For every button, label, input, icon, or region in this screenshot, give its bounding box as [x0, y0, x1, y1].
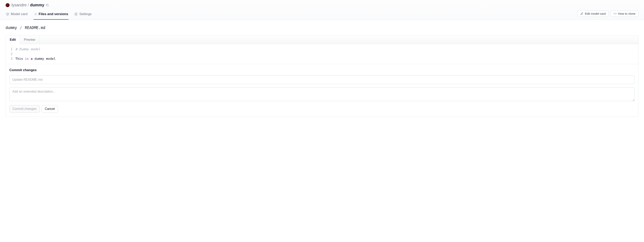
pencil-icon — [580, 12, 583, 15]
tab-model-card[interactable]: Model card — [6, 9, 28, 20]
path-separator: / — [20, 25, 22, 30]
line-content[interactable]: This is a dummy model — [15, 56, 56, 61]
path-segment-root[interactable]: dummy — [6, 25, 17, 30]
commit-actions: Commit changes Cancel — [9, 105, 635, 113]
breadcrumb-separator: / — [28, 3, 29, 7]
code-line: 2 — [6, 52, 638, 56]
editor-tab-edit[interactable]: Edit — [6, 36, 20, 44]
commit-button[interactable]: Commit changes — [9, 105, 40, 113]
line-number: 1 — [6, 47, 15, 52]
list-icon — [34, 12, 37, 16]
cancel-button[interactable]: Cancel — [42, 105, 58, 113]
repo-header: lysandre / dummy Model card Files and ve… — [0, 0, 644, 20]
file-path-breadcrumb: dummy / README.md — [6, 25, 638, 30]
breadcrumb: lysandre / dummy — [12, 3, 44, 7]
button-label: How to clone — [618, 12, 636, 15]
tab-label: Settings — [79, 12, 92, 16]
edit-model-card-button[interactable]: Edit model card — [577, 10, 608, 17]
commit-section: Commit changes Commit changes Cancel — [6, 64, 638, 117]
line-content[interactable]: # Dummy model — [15, 47, 40, 52]
line-number: 2 — [6, 52, 15, 56]
button-label: Edit model card — [585, 12, 606, 15]
svg-rect-0 — [47, 4, 48, 6]
cube-icon — [6, 12, 9, 16]
editor-tab-preview[interactable]: Preview — [20, 36, 40, 44]
code-icon — [614, 12, 616, 15]
how-to-clone-button[interactable]: How to clone — [610, 10, 638, 17]
line-number: 3 — [6, 56, 15, 61]
nav-row: Model card Files and versions Settings E… — [0, 9, 644, 20]
nav-tabs: Model card Files and versions Settings — [6, 9, 92, 20]
path-segment-file: README.md — [25, 25, 46, 30]
tab-label: Files and versions — [39, 12, 68, 16]
gear-icon — [74, 12, 78, 16]
nav-actions: Edit model card How to clone — [577, 10, 638, 19]
tab-settings[interactable]: Settings — [74, 9, 92, 20]
commit-summary-input[interactable] — [9, 75, 635, 84]
commit-description-input[interactable] — [9, 87, 635, 101]
editor-tabs: Edit Preview — [6, 36, 638, 44]
owner-link[interactable]: lysandre — [12, 3, 27, 7]
repo-link[interactable]: dummy — [30, 3, 44, 7]
code-line: 1# Dummy model — [6, 47, 638, 52]
page-body: dummy / README.md Edit Preview 1# Dummy … — [0, 20, 644, 125]
breadcrumb-row: lysandre / dummy — [0, 0, 644, 9]
editor-card: Edit Preview 1# Dummy model23This is a d… — [6, 35, 638, 117]
tab-files-and-versions[interactable]: Files and versions — [34, 9, 68, 20]
svg-point-1 — [76, 14, 76, 14]
code-line: 3This is a dummy model — [6, 56, 638, 61]
avatar — [6, 3, 10, 7]
code-editor[interactable]: 1# Dummy model23This is a dummy model — [6, 44, 638, 64]
commit-heading: Commit changes — [9, 68, 635, 72]
copy-icon[interactable] — [46, 3, 49, 7]
tab-label: Model card — [11, 12, 28, 16]
